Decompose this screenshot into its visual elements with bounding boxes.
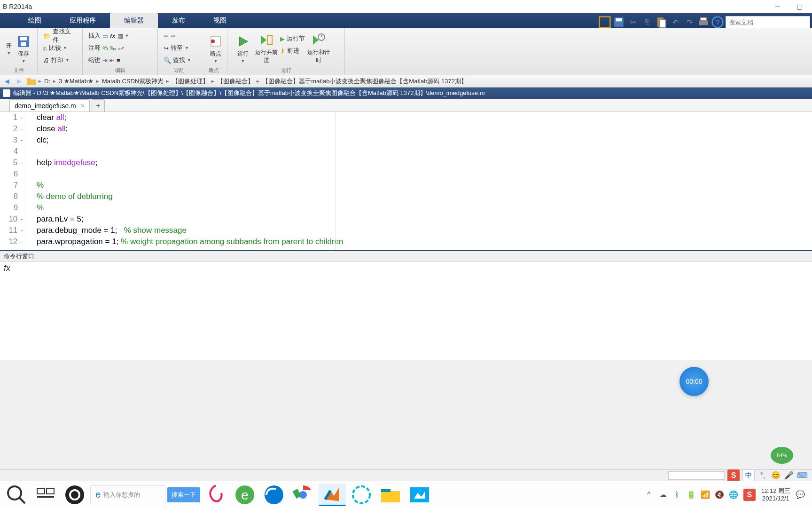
code-line[interactable]: clc;: [37, 135, 812, 146]
compare-button[interactable]: ⎌比较▼: [41, 42, 78, 54]
dropdown-icon: ▼: [22, 59, 26, 64]
volume-icon[interactable]: 🔇: [715, 491, 724, 499]
svg-text:?: ?: [715, 18, 719, 27]
search-input[interactable]: [726, 16, 810, 28]
file-tab[interactable]: demo_imedgefuse.m ×: [9, 99, 90, 111]
edge-icon[interactable]: [260, 484, 288, 506]
wifi-icon[interactable]: 📶: [701, 491, 710, 499]
crumb-3[interactable]: 【图像处理】: [171, 77, 210, 86]
run-section-icon: ▶: [280, 35, 285, 42]
open-button[interactable]: 开 ▼: [4, 30, 14, 67]
ime-emoji-icon[interactable]: 😊: [771, 470, 781, 481]
add-tab-button[interactable]: +: [92, 99, 105, 111]
crumb-4[interactable]: 【图像融合】: [216, 77, 255, 86]
search-button[interactable]: [3, 484, 30, 506]
back-button[interactable]: ◀: [2, 76, 12, 87]
advance-button[interactable]: ⬇前进: [278, 45, 307, 56]
folder-icon[interactable]: [26, 76, 37, 87]
window-layout-icon[interactable]: [599, 16, 611, 28]
crumb-drive[interactable]: D:: [43, 78, 51, 85]
code-editor[interactable]: 1-2-3-4 5-6 7 8 9 10-11-12- clear all;cl…: [0, 112, 812, 251]
bluetooth-icon[interactable]: ᛒ: [673, 491, 681, 499]
tab-apps[interactable]: 应用程序: [55, 13, 110, 28]
code-area[interactable]: clear all;close all;clc;help imedgefuse;…: [25, 112, 812, 250]
onedrive-icon[interactable]: ☁: [659, 491, 667, 499]
save-button[interactable]: 保存 ▼: [14, 30, 33, 67]
undo-icon[interactable]: ↶: [669, 16, 681, 28]
code-line[interactable]: help imedgefuse;: [37, 157, 812, 168]
crumb-2[interactable]: Matalb CSDN紫极神光: [101, 77, 164, 86]
group-label-bp: 断点: [200, 67, 227, 74]
minimize-button[interactable]: ─: [767, 0, 789, 13]
code-margin: [336, 112, 336, 250]
browser-360-icon[interactable]: e: [231, 484, 258, 506]
print-button[interactable]: 🖨打印▼: [41, 55, 78, 66]
taskbar-search[interactable]: e 输入你想搜的: [90, 485, 165, 504]
goto-button[interactable]: ↪转至▼: [162, 42, 193, 54]
clock[interactable]: 12:12 周三 2021/12/1: [761, 487, 790, 502]
battery-overlay: 64%: [771, 447, 793, 464]
crumb-5[interactable]: 【图像融合】基于matlab小波变换全聚焦图像融合【含Matlab源码 1372…: [261, 77, 468, 86]
app-1-icon[interactable]: [202, 484, 229, 506]
breakpoint-icon: [208, 34, 223, 49]
print-icon[interactable]: [697, 16, 710, 28]
obs-icon[interactable]: [61, 484, 88, 506]
help-icon[interactable]: ?: [711, 16, 724, 28]
code-line[interactable]: % demo of deblurring: [37, 191, 812, 202]
code-line[interactable]: para.nLv = 5;: [37, 214, 812, 225]
indent-button[interactable]: 缩进 ⇥ ⇤ ≡: [86, 55, 131, 66]
tab-plot[interactable]: 绘图: [14, 13, 55, 28]
ime-sogou-icon[interactable]: S: [727, 469, 740, 482]
battery-icon[interactable]: 🔋: [687, 491, 695, 499]
svg-point-13: [211, 40, 215, 43]
run-section-button[interactable]: ▶运行节: [278, 33, 307, 44]
code-line[interactable]: %: [37, 202, 812, 214]
tab-view[interactable]: 视图: [199, 13, 241, 28]
maximize-button[interactable]: ▢: [789, 0, 810, 13]
run-button[interactable]: 运行 ▼: [231, 30, 255, 67]
notifications-icon[interactable]: 💬: [796, 491, 804, 499]
language-icon[interactable]: 🌐: [729, 491, 738, 499]
code-line[interactable]: [37, 146, 812, 157]
save-icon[interactable]: [613, 16, 625, 28]
forward-button[interactable]: ▶: [14, 76, 24, 87]
breakpoints-button[interactable]: 断点 ▼: [204, 30, 227, 67]
comment-button[interactable]: 注释 % ‰ ⮐: [86, 42, 131, 54]
code-line[interactable]: para.wpropagation = 1; % weight propagat…: [37, 236, 812, 247]
run-time-button[interactable]: 运行和计时: [307, 30, 330, 67]
toolstrip: 开 ▼ 保存 ▼ 文件 📁查找文件 ⎌比较▼ 🖨打印▼ 插入 ▭ fx ▦▼ 注…: [0, 28, 812, 75]
task-view-button[interactable]: [32, 484, 59, 506]
redo-icon[interactable]: ↷: [683, 16, 695, 28]
taskbar-search-button[interactable]: 搜索一下: [167, 487, 200, 502]
code-line[interactable]: clear all;: [37, 112, 812, 123]
run-advance-button[interactable]: 运行并前进: [255, 30, 278, 67]
tab-editor[interactable]: 编辑器: [110, 13, 158, 28]
copy-icon[interactable]: ⎘: [641, 16, 653, 28]
matlab-icon[interactable]: [319, 484, 346, 506]
code-line[interactable]: %: [37, 180, 812, 191]
ime-tray-icon[interactable]: S: [743, 489, 756, 501]
command-window[interactable]: fx: [0, 262, 812, 360]
find-button[interactable]: 🔍查找▼: [162, 55, 193, 66]
chrome-icon[interactable]: [289, 484, 317, 506]
insert-button[interactable]: 插入 ▭ fx ▦▼: [86, 30, 131, 41]
photos-icon[interactable]: [406, 484, 433, 506]
tab-publish[interactable]: 发布: [158, 13, 199, 28]
app-2-icon[interactable]: [348, 484, 375, 506]
nav-back-button[interactable]: ⬅ ➡: [162, 30, 193, 41]
code-line[interactable]: close all;: [37, 123, 812, 135]
ime-keyboard-icon[interactable]: ⌨: [797, 470, 807, 481]
close-icon[interactable]: ×: [81, 102, 85, 110]
tray-up-icon[interactable]: ^: [645, 491, 653, 499]
paste-icon[interactable]: [655, 16, 667, 28]
ime-lang[interactable]: 中: [742, 469, 755, 482]
explorer-icon[interactable]: [377, 484, 404, 506]
code-line[interactable]: para.debug_mode = 1; % show message: [37, 225, 812, 236]
ime-mic-icon[interactable]: 🎤: [784, 470, 794, 481]
code-line[interactable]: [37, 168, 812, 180]
crumb-1[interactable]: 3 ★Matlab★: [58, 78, 94, 85]
ime-punct-icon[interactable]: °,: [757, 470, 768, 481]
gutter-line: 2-: [0, 123, 23, 135]
find-files-button[interactable]: 📁查找文件: [41, 30, 78, 41]
cut-icon[interactable]: ✂: [627, 16, 639, 28]
